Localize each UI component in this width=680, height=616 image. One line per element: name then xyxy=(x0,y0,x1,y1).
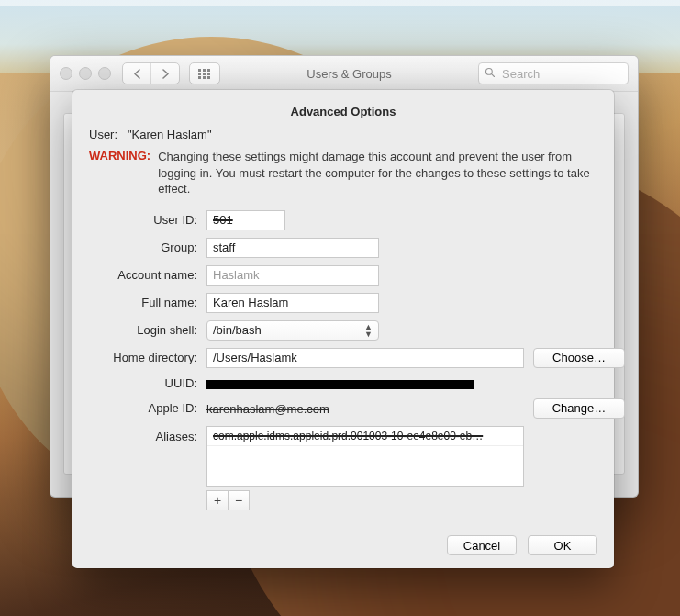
choose-button[interactable]: Choose… xyxy=(533,348,625,368)
search-icon xyxy=(485,67,496,81)
full-name-field[interactable] xyxy=(206,293,379,313)
minimize-icon[interactable] xyxy=(79,67,92,80)
label-login-shell: Login shell: xyxy=(89,323,197,337)
forward-button[interactable] xyxy=(150,63,179,84)
svg-rect-4 xyxy=(203,73,206,75)
label-account-name: Account name: xyxy=(89,268,197,282)
user-value: "Karen Haslam" xyxy=(128,128,212,141)
label-apple-id: Apple ID: xyxy=(89,401,197,415)
login-shell-value: /bin/bash xyxy=(213,323,262,337)
window-title: Users & Groups xyxy=(226,67,473,81)
svg-line-10 xyxy=(492,73,495,76)
login-shell-select[interactable]: /bin/bash ▲▼ xyxy=(206,320,379,341)
group-field[interactable] xyxy=(206,238,379,258)
svg-rect-3 xyxy=(198,73,201,75)
chevron-updown-icon: ▲▼ xyxy=(364,323,373,338)
label-uuid: UUID: xyxy=(89,376,197,390)
add-alias-button[interactable]: + xyxy=(206,490,229,510)
warning-text: Changing these settings might damage thi… xyxy=(158,149,597,197)
user-line: User: "Karen Haslam" xyxy=(89,128,597,141)
user-id-field[interactable] xyxy=(206,210,285,230)
remove-alias-button[interactable]: − xyxy=(228,490,250,510)
nav-back-forward xyxy=(122,62,180,84)
show-all-button[interactable] xyxy=(189,62,220,84)
svg-rect-6 xyxy=(198,76,201,79)
change-button[interactable]: Change… xyxy=(533,398,625,419)
user-label: User: xyxy=(89,128,117,141)
uuid-value xyxy=(206,375,524,391)
warning-row: WARNING: Changing these settings might d… xyxy=(89,149,597,197)
home-directory-field[interactable] xyxy=(206,348,524,368)
label-user-id: User ID: xyxy=(89,213,197,227)
apple-id-value: karenhaslam@me.com xyxy=(206,402,329,416)
label-home-directory: Home directory: xyxy=(89,351,197,364)
cancel-button[interactable]: Cancel xyxy=(447,535,517,555)
aliases-list[interactable]: com.apple.idms.appleid.prd.001003-10-ee4… xyxy=(206,426,524,487)
label-full-name: Full name: xyxy=(89,296,197,309)
account-name-field[interactable] xyxy=(206,265,379,286)
zoom-icon[interactable] xyxy=(98,67,111,80)
back-button[interactable] xyxy=(123,63,150,84)
search-field[interactable] xyxy=(478,62,629,84)
svg-rect-5 xyxy=(207,73,210,75)
svg-rect-0 xyxy=(198,69,201,72)
svg-point-9 xyxy=(486,68,493,74)
label-aliases: Aliases: xyxy=(89,426,197,443)
warning-label: WARNING: xyxy=(89,149,150,162)
ok-button[interactable]: OK xyxy=(528,535,597,555)
sheet-footer: Cancel OK xyxy=(447,535,597,555)
sheet-heading: Advanced Options xyxy=(89,105,597,118)
alias-plus-minus: + − xyxy=(206,490,524,510)
advanced-options-sheet: Advanced Options User: "Karen Haslam" WA… xyxy=(72,90,614,568)
label-group: Group: xyxy=(89,241,197,254)
traffic-lights xyxy=(60,67,111,80)
svg-rect-1 xyxy=(203,69,206,72)
svg-rect-8 xyxy=(207,76,210,79)
svg-rect-7 xyxy=(203,76,206,79)
form-grid: User ID: Group: Account name: Full name:… xyxy=(89,210,597,510)
svg-rect-2 xyxy=(207,69,210,72)
close-icon[interactable] xyxy=(60,67,72,80)
window-titlebar: Users & Groups xyxy=(50,56,638,92)
alias-row[interactable]: com.apple.idms.appleid.prd.001003-10-ee4… xyxy=(207,427,523,446)
search-input[interactable] xyxy=(500,66,622,82)
